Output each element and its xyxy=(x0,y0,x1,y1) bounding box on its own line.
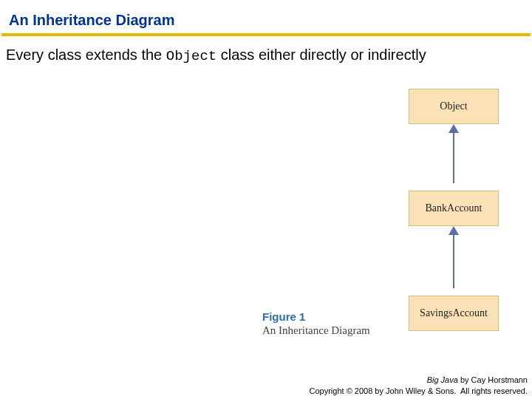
arrow-head-icon xyxy=(449,226,459,235)
inheritance-arrow xyxy=(453,133,454,183)
figure-number: Figure 1 xyxy=(262,310,410,323)
class-box-savingsaccount: SavingsAccount xyxy=(409,296,499,331)
body-suffix: class either directly or indirectly xyxy=(216,47,426,63)
footer-book-title: Big Java xyxy=(427,375,458,384)
inheritance-diagram: Object BankAccount SavingsAccount Figure… xyxy=(262,89,499,369)
figure-caption: An Inheritance Diagram xyxy=(262,324,410,337)
footer-line-2: Copyright © 2008 by John Wiley & Sons. A… xyxy=(310,386,528,396)
slide-title: An Inheritance Diagram xyxy=(0,0,532,33)
slide-footer: Big Java by Cay Horstmann Copyright © 20… xyxy=(310,375,528,396)
class-box-object: Object xyxy=(409,89,499,124)
arrow-head-icon xyxy=(449,124,459,133)
footer-line-1: Big Java by Cay Horstmann xyxy=(310,375,528,385)
body-prefix: Every class extends the xyxy=(6,47,166,63)
footer-author: by Cay Horstmann xyxy=(458,375,528,384)
body-code: Object xyxy=(166,48,216,64)
figure-label: Figure 1 An Inheritance Diagram xyxy=(262,310,410,337)
inheritance-arrow xyxy=(453,235,454,288)
class-box-bankaccount: BankAccount xyxy=(409,191,499,226)
body-text: Every class extends the Object class eit… xyxy=(0,36,532,64)
